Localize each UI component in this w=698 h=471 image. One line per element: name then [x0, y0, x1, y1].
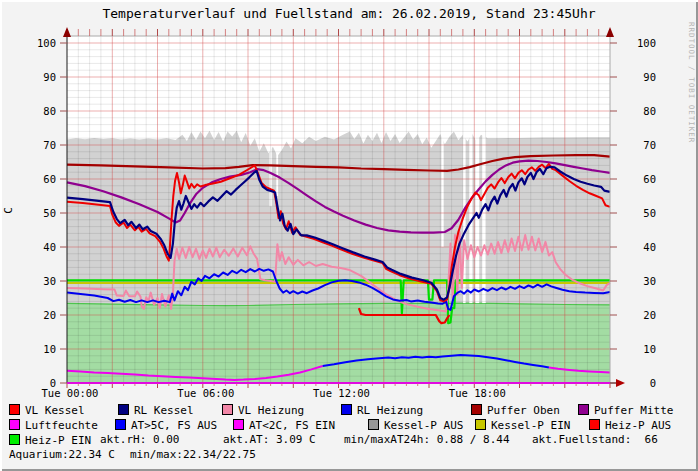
temperature-chart: 0010102020303040405050606070708080909010… [0, 0, 698, 471]
legend-item-aquarium-minmax: min/max:22.34/22.75 [130, 449, 256, 462]
y-tick-label-right: 30 [643, 275, 656, 287]
legend-label: VL Heizung [238, 404, 304, 417]
legend-item-akt-fuellstand: akt.Fuellstand: 66 [532, 434, 658, 447]
legend-label: Kessel-P AUS [384, 419, 463, 432]
legend-label: min/maxAT24h: 0.88 / 8.44 [344, 433, 510, 446]
legend-item-puffer-oben: Puffer Oben [471, 404, 560, 417]
legend-label: Heiz-P AUS [605, 419, 671, 432]
legend-item-kessel-p-ein: Kessel-P EIN [475, 419, 570, 432]
legend-label: Kessel-P EIN [491, 419, 570, 432]
kessel-p-aus-swatch [368, 419, 379, 430]
y-tick-label: 70 [43, 139, 56, 151]
puffer-mitte-swatch [578, 404, 589, 415]
legend-item-luftfeuchte: Luftfeuchte [9, 419, 98, 432]
vl-heizung-swatch [222, 404, 233, 415]
legend-item-akt-at: akt.AT: 3.09 C [223, 434, 316, 447]
y-tick-label: 80 [43, 105, 56, 117]
legend-item-aquarium-temp: Aquarium:22.34 C [9, 449, 115, 462]
x-tick-label: Tue 12:00 [313, 387, 370, 399]
legend-label: akt.Fuellstand: 66 [532, 433, 658, 446]
legend-item-rl-kessel: RL Kessel [118, 404, 194, 417]
x-tick-label: Tue 18:00 [449, 387, 506, 399]
y-tick-label-right: 80 [643, 105, 656, 117]
y-tick-label: 20 [43, 309, 56, 321]
x-tick-label: Tue 00:00 [42, 387, 99, 399]
y-tick-label-right: 70 [643, 139, 656, 151]
y-tick-label: 40 [43, 241, 56, 253]
y-tick-label: 90 [43, 71, 56, 83]
legend-item-rl-heizung: RL Heizung [341, 404, 423, 417]
legend-item-puffer-mitte: Puffer Mitte [578, 404, 673, 417]
heiz-p-aus-swatch [589, 419, 600, 430]
legend-item-at-lt2-fs-ein: AT<2C, FS EIN [233, 419, 335, 432]
rl-heizung-swatch [341, 404, 352, 415]
y-tick-label-right: 50 [643, 207, 656, 219]
legend-label: akt.AT: 3.09 C [223, 433, 316, 446]
legend-label: Heiz-P EIN [25, 434, 91, 447]
y-tick-label: 30 [43, 275, 56, 287]
legend-label: RL Kessel [134, 404, 194, 417]
legend-item-at-gt5-fs-aus: AT>5C, FS AUS [115, 419, 217, 432]
legend-label: RL Heizung [357, 404, 423, 417]
legend-label: Aquarium:22.34 C [9, 448, 115, 461]
fill-gap [441, 130, 443, 247]
y-tick-label: 50 [43, 207, 56, 219]
legend-item-vl-kessel: VL Kessel [9, 404, 85, 417]
legend-item-vl-heizung: VL Heizung [222, 404, 304, 417]
legend-item-heiz-p-ein: Heiz-P EIN [9, 434, 91, 447]
legend-label: AT<2C, FS EIN [249, 419, 335, 432]
puffer-oben-swatch [471, 404, 482, 415]
legend-label: Puffer Mitte [594, 404, 673, 417]
rrdtool-watermark: RRDTOOL / TOBI OETIKER [476, 22, 696, 32]
rl-kessel-swatch [118, 404, 129, 415]
legend-item-kessel-p-aus: Kessel-P AUS [368, 419, 463, 432]
kessel-p-ein-swatch [475, 419, 486, 430]
y-tick-label-right: 90 [643, 71, 656, 83]
legend-item-akt-rh: akt.rH: 0.00 [100, 434, 179, 447]
fill-gap [469, 130, 472, 303]
vl-kessel-swatch [9, 404, 20, 415]
legend-item-minmax-at24h: min/maxAT24h: 0.88 / 8.44 [344, 434, 510, 447]
y-tick-label-right: 0 [650, 377, 656, 389]
legend-label: AT>5C, FS AUS [131, 419, 217, 432]
luftfeuchte-swatch [9, 419, 20, 430]
y-tick-label-right: 20 [643, 309, 656, 321]
legend-label: akt.rH: 0.00 [100, 433, 179, 446]
y-tick-label-right: 60 [643, 173, 656, 185]
heiz-p-ein-swatch [9, 434, 20, 445]
y-tick-label: 100 [37, 37, 56, 49]
legend-item-heiz-p-aus: Heiz-P AUS [589, 419, 671, 432]
y-tick-label-right: 100 [637, 37, 656, 49]
y-tick-label: 60 [43, 173, 56, 185]
y-tick-label-right: 40 [643, 241, 656, 253]
at-gt5-fs-aus-swatch [115, 419, 126, 430]
y-tick-label-right: 10 [643, 343, 656, 355]
at-lt2-fs-ein-swatch [233, 419, 244, 430]
legend-label: min/max:22.34/22.75 [130, 448, 256, 461]
rrdtool-graph: Temperaturverlauf und Fuellstand am: 26.… [0, 0, 698, 471]
y-tick-label: 10 [43, 343, 56, 355]
x-tick-label: Tue 06:00 [177, 387, 234, 399]
legend-label: Luftfeuchte [25, 419, 98, 432]
legend-label: VL Kessel [25, 404, 85, 417]
legend-label: Puffer Oben [487, 404, 560, 417]
